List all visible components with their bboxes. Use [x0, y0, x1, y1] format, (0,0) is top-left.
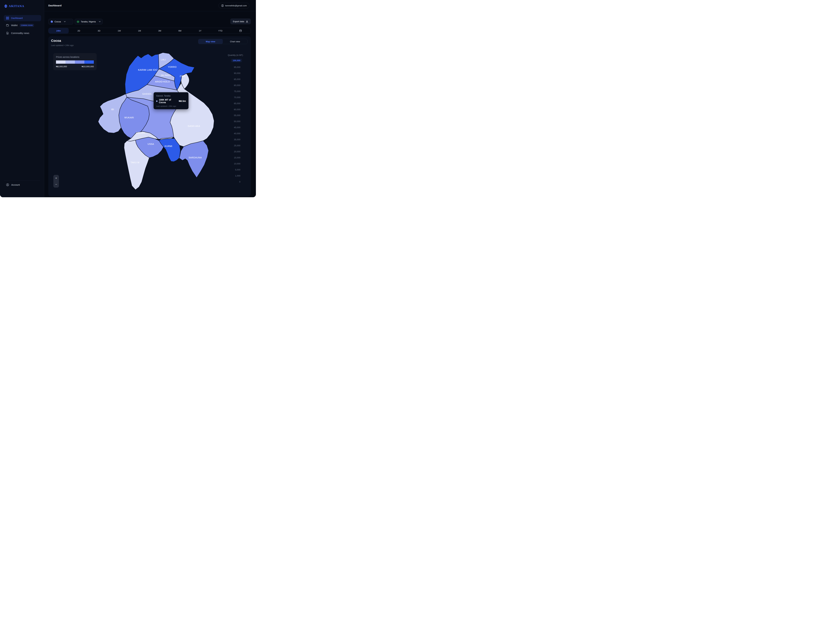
brand-logo: AKITANA: [4, 4, 24, 8]
sidebar-item-dashboard[interactable]: Dashboard: [4, 15, 41, 21]
user-circle-icon: [6, 183, 9, 186]
map-label: IBI: [111, 108, 114, 111]
account-label: Account: [11, 184, 20, 186]
tab-1y[interactable]: 1Y: [190, 28, 210, 34]
map-label: USSA: [147, 143, 154, 145]
document-icon: [6, 32, 9, 35]
wallet-icon: [6, 24, 9, 27]
map-label: ZING: [179, 75, 185, 77]
sidebar-item-commodity-news[interactable]: Commodity news: [4, 32, 43, 35]
location-value: Taraba, Nigeria: [81, 20, 96, 23]
map-label: TAKU M: [130, 161, 139, 164]
map-view-tab[interactable]: Map view: [198, 39, 223, 44]
chevron-down-icon: [64, 21, 66, 22]
globe-icon: [77, 20, 79, 23]
tab-2d[interactable]: 2D: [69, 28, 89, 34]
tab-3m[interactable]: 3M: [150, 28, 170, 34]
axis-tick: 35,000: [234, 138, 240, 141]
location-select[interactable]: Taraba, Nigeria: [75, 19, 103, 25]
axis-tick: 75,000: [234, 90, 240, 92]
map-label: KARIM LAM IDO: [138, 68, 158, 71]
axis-tick-active[interactable]: 100,000: [231, 59, 242, 62]
sidebar-item-label: Wallet: [11, 24, 18, 27]
map-label: LALI: [161, 58, 166, 61]
sidebar-item-wallet[interactable]: Wallet COMING SOON: [4, 24, 43, 27]
map-zoom-controls: + −: [54, 175, 59, 188]
map-label: SARDAUNA: [189, 156, 202, 159]
view-toggle: Map view Chart view: [198, 39, 247, 44]
topbar: Dashboard kennethilo@gmail.com: [44, 0, 256, 11]
card-last-updated: Last updated • 24hr ago: [51, 44, 73, 46]
time-range-tabs: 24hr 2D 3D 1W 1M 3M 6M 1Y YTD: [48, 28, 251, 34]
tooltip-updated: Last updated • 24hr ago: [156, 105, 186, 107]
axis-tick: 70,000: [234, 97, 240, 98]
chevron-down-icon: [99, 21, 101, 22]
tab-calendar[interactable]: [230, 28, 251, 34]
axis-tick: 60,000: [234, 109, 240, 110]
tab-24hr[interactable]: 24hr: [49, 28, 69, 34]
axis-tick: 45,000: [234, 126, 240, 129]
axis-tick: 1,000: [235, 175, 240, 177]
axis-tick: 15,000: [234, 156, 240, 159]
sidebar-item-label: Dashboard: [11, 17, 23, 20]
map-label: DONGA: [136, 132, 145, 134]
legend-swatch-3: [75, 60, 84, 64]
axis-tick: 25,000: [234, 144, 240, 147]
user-email: kennethilo@gmail.com: [225, 5, 247, 7]
taraba-map: KARIM LAM IDO LALI YORRO ZING JALINGO AR…: [54, 49, 219, 191]
axis-tick: 55,000: [234, 114, 240, 117]
quantity-axis: 100,000 95,000 90,000 85,000 80,000 75,0…: [231, 59, 240, 183]
zoom-out-button[interactable]: −: [54, 181, 59, 188]
tooltip-dot-icon: [156, 100, 158, 102]
map-label: JALINGO: [161, 74, 171, 77]
sidebar: AKITANA Dashboard Wallet COMING SOON: [0, 0, 44, 197]
axis-tick: 85,000: [234, 78, 240, 80]
zoom-in-button[interactable]: +: [54, 175, 59, 181]
legend-max-label: ₦10,000,000: [82, 65, 94, 68]
tab-6m[interactable]: 6M: [170, 28, 190, 34]
coming-soon-badge: COMING SOON: [20, 24, 34, 27]
tab-ytd[interactable]: YTD: [210, 28, 230, 34]
axis-tick: 90,000: [234, 72, 240, 74]
map-label: YORRO: [168, 66, 176, 68]
legend-swatch-4: [84, 60, 94, 64]
axis-tick: 10,000: [234, 163, 240, 165]
axis-tick: 50,000: [234, 120, 240, 123]
akitana-logo-icon: [4, 4, 8, 8]
map-label: ARIDO-KOLA: [155, 80, 170, 83]
cube-icon: [51, 20, 53, 23]
commodity-value: Cocoa: [55, 20, 61, 23]
dashboard-grid-icon: [6, 17, 9, 20]
map-region-kurmi[interactable]: [159, 138, 180, 162]
user-circle-icon: [221, 4, 224, 7]
tab-1w[interactable]: 1W: [109, 28, 129, 34]
card-title: Cocoa: [51, 39, 61, 43]
axis-tick: 40,000: [234, 132, 240, 135]
axis-tick: 95,000: [234, 66, 240, 68]
legend-title: Prices across locations: [56, 56, 94, 58]
sidebar-item-label: Commodity news: [11, 32, 29, 34]
export-label: Export data: [233, 20, 244, 23]
axis-tick: 5,000: [235, 169, 240, 171]
legend-swatch-2: [66, 60, 75, 64]
axis-tick: 65,000: [234, 103, 240, 104]
download-icon: [246, 20, 248, 23]
map-label: KURMI: [164, 145, 172, 147]
tooltip-title: Gassol, Taraba: [156, 95, 186, 97]
price-legend: Prices across locations ₦8,000,000 ₦10,0…: [53, 53, 96, 70]
map-label: GASSOL: [142, 93, 152, 95]
tooltip-price: ₦8.5m: [179, 100, 186, 103]
axis-tick: 80,000: [234, 84, 240, 86]
export-data-button[interactable]: Export data: [230, 18, 251, 25]
commodity-select[interactable]: Cocoa: [48, 19, 73, 25]
app-window: AKITANA Dashboard Wallet COMING SOON: [0, 0, 256, 197]
legend-min-label: ₦8,000,000: [56, 65, 67, 68]
user-email-pill[interactable]: kennethilo@gmail.com: [219, 3, 250, 9]
tooltip-quantity: 100K MT of Cocoa: [159, 98, 178, 104]
axis-tick: 20,000: [234, 150, 240, 153]
tab-1m[interactable]: 1M: [129, 28, 150, 34]
sidebar-item-account[interactable]: Account: [6, 183, 20, 186]
tab-3d[interactable]: 3D: [89, 28, 109, 34]
chart-view-tab[interactable]: Chart view: [223, 39, 247, 44]
commodity-card: Cocoa Last updated • 24hr ago Map view C…: [48, 36, 251, 196]
